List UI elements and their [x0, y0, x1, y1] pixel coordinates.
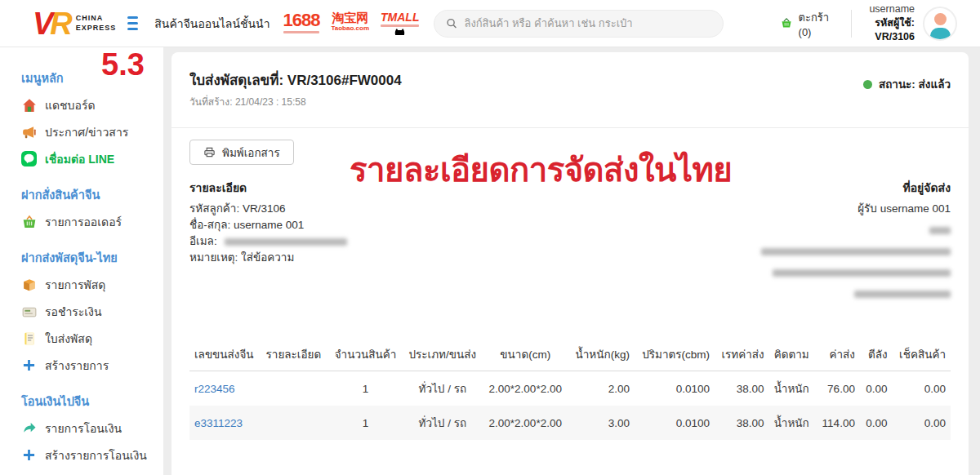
- email-label: อีเมล:: [189, 235, 217, 247]
- customer-details: รายละเอียด รหัสลูกค้า: VR/3106 ชื่อ-สกุล…: [189, 180, 347, 307]
- sidebar-item-create-parcel[interactable]: สร้างรายการ: [21, 352, 163, 379]
- sidebar-item-parcel-list[interactable]: รายการพัสดุ: [21, 271, 163, 298]
- top-bar: VR CHINA EXPRESS สินค้าจีนออนไลน์ชั้นนำ …: [0, 0, 980, 47]
- plus-icon: [21, 447, 37, 463]
- plus-icon: [21, 357, 37, 373]
- table-row: e3311223 1 ทั่วไป / รถ 2.00*2.00*2.00 3.…: [189, 406, 951, 440]
- line-icon: [21, 151, 37, 166]
- app-root: VR CHINA EXPRESS สินค้าจีนออนไลน์ชั้นนำ …: [0, 0, 980, 475]
- details-heading: รายละเอียด: [189, 180, 347, 196]
- sidebar: เมนูหลัก แดชบอร์ด ประกาศ/ข่าวสาร เชื่อมต…: [0, 47, 163, 475]
- username-text: username: [866, 2, 915, 16]
- cart-button[interactable]: ตะกร้า (0): [781, 9, 833, 38]
- table-header-row: เลขขนส่งจีน รายละเอียด จำนวนสินค้า ประเภ…: [189, 338, 951, 371]
- customer-name: ชื่อ-สกุล: username 001: [189, 217, 347, 233]
- print-button-label: พิมพ์เอกสาร: [222, 144, 280, 162]
- user-id-text: รหัสผู้ใช้: VR/3106: [866, 16, 915, 44]
- search-bar: [434, 10, 724, 38]
- package-icon: [21, 277, 37, 292]
- section-divider: [172, 127, 969, 128]
- printer-icon: [203, 146, 216, 158]
- shipping-address-heading: ที่อยู่จัดส่ง: [761, 180, 951, 196]
- sidebar-item-line-connect[interactable]: เชื่อมต่อ LINE: [21, 145, 163, 172]
- shipping-address: ที่อยู่จัดส่ง ผู้รับ username 001: [761, 180, 951, 307]
- status-dot-icon: [863, 80, 872, 89]
- site-tagline: สินค้าจีนออนไลน์ชั้นนำ: [154, 15, 270, 33]
- document-icon: [21, 331, 37, 346]
- logo-1688[interactable]: 1688: [283, 11, 320, 33]
- status-label: สถานะ: ส่งแล้ว: [879, 75, 951, 93]
- menu-toggle-icon[interactable]: [127, 16, 138, 30]
- dashboard-icon: [21, 97, 37, 113]
- recipient-line: ผู้รับ username 001: [761, 201, 951, 217]
- brand-logo[interactable]: VR CHINA EXPRESS: [0, 8, 116, 39]
- main-area: ใบส่งพัสดุเลขที่: VR/3106#FW0004 วันที่ส…: [163, 47, 980, 475]
- invoice-created-date: วันที่สร้าง: 21/04/23 : 15:58: [189, 94, 402, 109]
- logo-taobao[interactable]: 淘宝网 Taobao.com: [331, 11, 369, 32]
- search-input[interactable]: [464, 17, 711, 29]
- basket-icon: [21, 214, 37, 229]
- customer-code: รหัสลูกค้า: VR/3106: [189, 201, 347, 217]
- status-badge: สถานะ: ส่งแล้ว: [863, 75, 951, 93]
- cart-label: ตะกร้า (0): [799, 9, 833, 38]
- cart-icon: [781, 16, 792, 31]
- brand-name: CHINA EXPRESS: [76, 14, 117, 33]
- sidebar-item-announcements[interactable]: ประกาศ/ข่าวสาร: [21, 118, 163, 145]
- sidebar-item-order-list[interactable]: รายการออเดอร์: [21, 208, 163, 235]
- invoice-card: ใบส่งพัสดุเลขที่: VR/3106#FW0004 วันที่ส…: [172, 52, 969, 475]
- shipment-items-table: เลขขนส่งจีน รายละเอียด จำนวนสินค้า ประเภ…: [189, 338, 951, 440]
- logo-1688-subtext: [283, 31, 320, 33]
- logo-tmall[interactable]: TMALL: [381, 11, 419, 35]
- annotation-step-number: 5.3: [101, 47, 145, 82]
- marketplace-logos: 1688 淘宝网 Taobao.com TMALL: [283, 11, 420, 35]
- transfer-icon: [21, 420, 37, 436]
- note-line: หมายเหตุ: ใส่ข้อความ: [189, 250, 347, 266]
- customer-email-line: อีเมล:: [189, 233, 347, 250]
- header-divider: [851, 10, 852, 38]
- sidebar-section-transfer: โอนเงินไปจีน: [21, 392, 163, 411]
- sidebar-section-china-orders: ฝากสั่งสินค้าจีน: [21, 185, 163, 204]
- sidebar-item-transfer-list[interactable]: รายการโอนเงิน: [21, 415, 163, 442]
- annotation-overlay-text: รายละเอียดการจัดส่งในไทย: [350, 144, 732, 196]
- redacted-address: [761, 222, 951, 302]
- sidebar-section-parcel: ฝากส่งพัสดุจีน-ไทย: [21, 248, 163, 267]
- user-menu[interactable]: username รหัสผู้ใช้: VR/3106: [866, 2, 915, 44]
- tracking-number-link[interactable]: r223456: [194, 383, 235, 395]
- table-row: r223456 1 ทั่วไป / รถ 2.00*2.00*2.00 2.0…: [189, 371, 951, 406]
- redacted-email: [225, 238, 347, 246]
- vr-logo: VR: [33, 8, 69, 39]
- invoice-title: ใบส่งพัสดุเลขที่: VR/3106#FW0004: [189, 69, 402, 91]
- logo-tmall-subtext: [381, 24, 419, 27]
- print-document-button[interactable]: พิมพ์เอกสาร: [189, 140, 294, 165]
- search-icon: [446, 17, 457, 29]
- tracking-number-link[interactable]: e3311223: [194, 417, 243, 429]
- sidebar-item-dashboard[interactable]: แดชบอร์ด: [21, 91, 163, 118]
- announcement-icon: [21, 124, 37, 140]
- payment-icon: [21, 304, 37, 319]
- avatar[interactable]: [923, 7, 957, 41]
- tmall-cat-icon: [394, 28, 406, 35]
- sidebar-item-delivery-note[interactable]: ใบส่งพัสดุ: [21, 325, 163, 352]
- sidebar-item-create-transfer[interactable]: สร้างรายการโอนเงิน: [21, 442, 163, 468]
- sidebar-item-pending-payment[interactable]: รอชำระเงิน: [21, 298, 163, 325]
